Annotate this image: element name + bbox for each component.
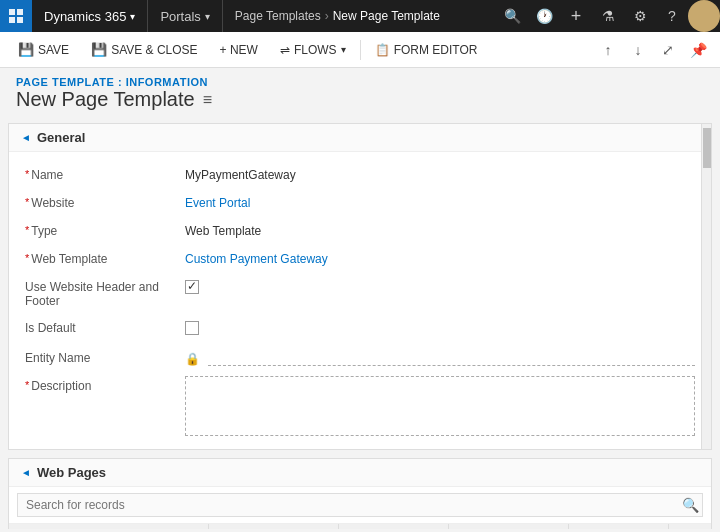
flows-label: FLOWS [294,43,337,57]
breadcrumb-page-templates[interactable]: Page Templates [235,9,321,23]
flows-icon: ⇌ [280,43,290,57]
name-required-indicator: * [25,168,29,180]
form-editor-button[interactable]: 📋 FORM EDITOR [365,36,488,64]
pin-button[interactable]: 📌 [684,36,712,64]
type-field-value: Web Template [185,221,695,238]
svg-rect-2 [9,17,15,23]
entity-name-field-value: 🔒 [185,348,695,366]
description-field-value [185,376,695,436]
table-header: Name ↑ Partial URL Parent Page Website D… [9,524,711,529]
lock-icon: 🔒 [185,352,200,366]
save-close-label: SAVE & CLOSE [111,43,197,57]
form-editor-label: FORM EDITOR [394,43,478,57]
toolbar: 💾 SAVE 💾 SAVE & CLOSE + NEW ⇌ FLOWS ▾ 📋 … [0,32,720,68]
general-section: ◄ General * Name MyPaymentGateway * Webs… [8,123,712,450]
main-content: ◄ General * Name MyPaymentGateway * Webs… [0,115,720,529]
general-section-title: General [37,130,85,145]
web-pages-section-title: Web Pages [37,465,106,480]
field-row-web-template: * Web Template Custom Payment Gateway [9,244,711,272]
form-editor-icon: 📋 [375,43,390,57]
help-nav-icon[interactable]: ? [656,0,688,32]
save-close-icon: 💾 [91,42,107,57]
web-pages-section: ◄ Web Pages 🔍 Name ↑ Partial URL Parent … [8,458,712,529]
website-field-value: Event Portal [185,193,695,210]
header-footer-field-label: Use Website Header and Footer [25,277,185,308]
entity-name-field-label: Entity Name [25,348,185,365]
general-form-body: * Name MyPaymentGateway * Website Event … [9,152,711,449]
svg-rect-3 [17,17,23,23]
type-field-label: * Type [25,221,185,238]
web-template-field-label: * Web Template [25,249,185,266]
page-header-label: PAGE TEMPLATE : INFORMATION [16,76,704,88]
scroll-up-button[interactable]: ↑ [594,36,622,64]
column-header-parent-page[interactable]: Parent Page [339,524,449,529]
general-toggle-icon: ◄ [21,132,31,143]
settings-nav-icon[interactable]: ⚙ [624,0,656,32]
column-header-partial-url[interactable]: Partial URL [209,524,339,529]
save-close-button[interactable]: 💾 SAVE & CLOSE [81,36,207,64]
column-header-display-date[interactable]: Display Date [569,524,669,529]
page-title-text: New Page Template [16,88,195,111]
type-required-indicator: * [25,224,29,236]
is-default-field-label: Is Default [25,318,185,335]
field-row-website: * Website Event Portal [9,188,711,216]
page-header-section: PAGE TEMPLATE : INFORMATION New Page Tem… [0,68,720,115]
web-template-field-value: Custom Payment Gateway [185,249,695,266]
website-field-label: * Website [25,193,185,210]
portals-chevron-icon: ▾ [205,11,210,22]
column-header-display-order[interactable]: Display Order [669,524,720,529]
add-nav-icon[interactable]: + [560,0,592,32]
page-menu-icon[interactable]: ≡ [203,91,212,109]
app-logo [0,0,32,32]
portals-nav-item[interactable]: Portals ▾ [148,0,222,32]
flows-chevron-icon: ▾ [341,44,346,55]
website-link[interactable]: Event Portal [185,196,250,210]
field-row-is-default: Is Default [9,313,711,343]
new-button[interactable]: + NEW [210,36,268,64]
general-section-header[interactable]: ◄ General [9,124,711,152]
breadcrumb-separator: › [325,9,329,23]
search-nav-icon[interactable]: 🔍 [496,0,528,32]
is-default-checkbox[interactable] [185,321,199,335]
web-template-link[interactable]: Custom Payment Gateway [185,252,328,266]
user-avatar[interactable] [688,0,720,32]
new-label: + NEW [220,43,258,57]
entity-name-input[interactable] [208,351,695,366]
app-name-chevron-icon: ▾ [130,11,135,22]
name-field-label: * Name [25,165,185,182]
flows-button[interactable]: ⇌ FLOWS ▾ [270,36,356,64]
top-navigation: Dynamics 365 ▾ Portals ▾ Page Templates … [0,0,720,32]
header-footer-checkbox[interactable] [185,280,199,294]
field-row-entity-name: Entity Name 🔒 [9,343,711,371]
save-label: SAVE [38,43,69,57]
column-header-website[interactable]: Website [449,524,569,529]
general-section-scrollbar[interactable] [701,124,711,449]
save-icon: 💾 [18,42,34,57]
search-input[interactable] [17,493,703,517]
web-pages-toggle-icon: ◄ [21,467,31,478]
search-input-wrapper: 🔍 [17,493,703,517]
svg-rect-0 [9,9,15,15]
breadcrumb: Page Templates › New Page Template [223,0,496,32]
name-field-value: MyPaymentGateway [185,165,695,182]
app-name-label: Dynamics 365 [44,9,126,24]
description-required-indicator: * [25,379,29,391]
expand-button[interactable]: ⤢ [654,36,682,64]
filter-nav-icon[interactable]: ⚗ [592,0,624,32]
is-default-field-value [185,318,695,338]
save-button[interactable]: 💾 SAVE [8,36,79,64]
description-field-label: * Description [25,376,185,393]
web-pages-section-header[interactable]: ◄ Web Pages [9,459,711,487]
column-header-name[interactable]: Name ↑ [9,524,209,529]
page-title: New Page Template ≡ [16,88,704,111]
field-row-name: * Name MyPaymentGateway [9,160,711,188]
scroll-down-button[interactable]: ↓ [624,36,652,64]
scrollbar-thumb [703,128,711,168]
app-name[interactable]: Dynamics 365 ▾ [32,0,148,32]
search-submit-button[interactable]: 🔍 [682,497,699,513]
web-template-required-indicator: * [25,252,29,264]
breadcrumb-current: New Page Template [333,9,440,23]
description-input[interactable] [185,376,695,436]
web-pages-search-bar: 🔍 [9,487,711,524]
history-nav-icon[interactable]: 🕐 [528,0,560,32]
